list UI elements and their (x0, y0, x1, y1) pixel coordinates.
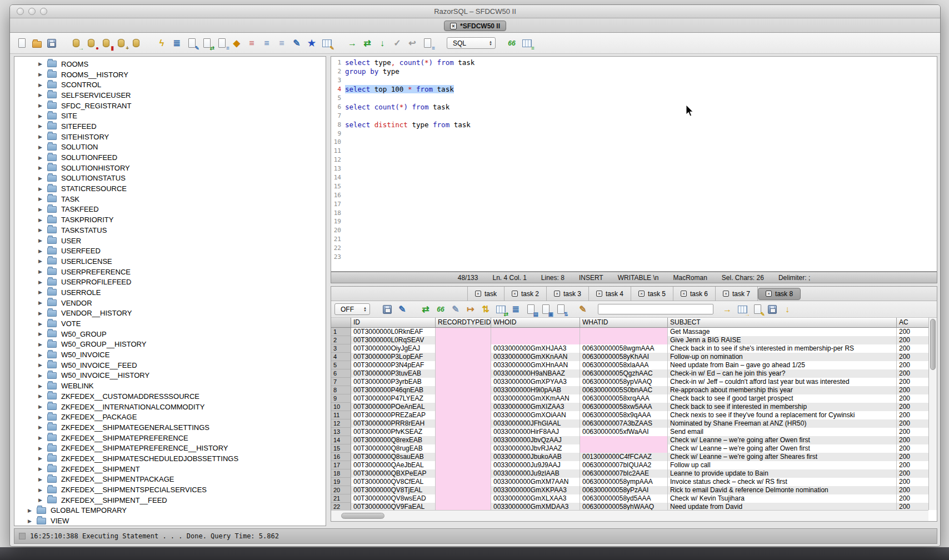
table-cell[interactable]: Re-approach about membership this year (668, 386, 897, 394)
editor-line-23[interactable]: 23 (331, 253, 937, 262)
row-number[interactable]: 11 (331, 411, 351, 419)
table-cell[interactable]: Check-in w/ Jeff – couldn't afford last … (668, 378, 897, 386)
table-row[interactable]: 2000T3000000QV8TjEAL0033000000GmXKPAA300… (331, 486, 928, 494)
disclosure-triangle-icon[interactable]: ▶ (38, 331, 44, 337)
table-cell[interactable]: 00T3000000QBXPeEAP (351, 469, 436, 478)
sidebar-item-w50-group[interactable]: ▶W50_GROUP (14, 329, 326, 339)
sidebar-item-solutionstatus[interactable]: ▶SOLUTIONSTATUS (14, 173, 326, 184)
table-row[interactable]: 1000T3000000POeAnEAL0033000000GmXIZAA300… (331, 403, 928, 411)
table-cell[interactable]: Check w/ Leanne – we're going after Owen… (668, 436, 897, 444)
table-cell[interactable]: Rick to email David & reference Delmonte… (668, 486, 897, 494)
sidebar-item-staticresource[interactable]: ▶STATICRESOURCE (14, 183, 326, 194)
title-bar[interactable]: RazorSQL – SFDCW50 II (10, 5, 940, 18)
disclosure-triangle-icon[interactable]: ▶ (38, 123, 44, 129)
table-cell[interactable] (436, 378, 491, 386)
disclosure-triangle-icon[interactable]: ▶ (38, 72, 44, 77)
table-row[interactable]: 700T3000000P3yrbEAB0033000000GmXPYAA3006… (331, 378, 928, 386)
column-header-ac[interactable]: AC (897, 318, 928, 328)
table-cell[interactable]: 00T3000000P3tuvEAB (351, 369, 436, 378)
table-row[interactable]: 100T3000000L0RknEAFGet Massage200 (331, 328, 928, 336)
disclosure-triangle-icon[interactable]: ▶ (38, 404, 44, 409)
table-cell[interactable] (491, 336, 580, 344)
table-cell[interactable]: Nominated by Shane Freeman at ANZ (HR50) (668, 419, 897, 428)
disclosure-triangle-icon[interactable]: ▶ (38, 456, 44, 461)
disclosure-triangle-icon[interactable]: ▶ (38, 155, 44, 161)
row-number[interactable]: 17 (331, 461, 351, 469)
table-cell[interactable]: 00T3000000PfvKSEAZ (351, 428, 436, 436)
table-cell[interactable]: Get Massage (668, 328, 897, 336)
table-row[interactable]: 1300T3000000PfvKSEAZ0033000000HirF8AAJ00… (331, 428, 928, 436)
sidebar-item-taskfeed[interactable]: ▶TASKFEED (14, 204, 326, 215)
table-cell[interactable]: Check w/ Kevin Tsujihara (668, 494, 897, 503)
sidebar-item-userpreference[interactable]: ▶USERPREFERENCE (14, 267, 326, 277)
disclosure-triangle-icon[interactable]: ▶ (38, 176, 44, 181)
table-cell[interactable]: 00T3000000POeAnEAL (351, 403, 436, 411)
table-cell[interactable]: 200 (897, 369, 928, 378)
table-cell[interactable]: 200 (897, 394, 928, 403)
sidebar-item-selfserviceuser[interactable]: ▶SELFSERVICEUSER (14, 90, 326, 101)
sidebar-item-userfeed[interactable]: ▶USERFEED (14, 246, 326, 256)
table-cell[interactable]: 0033000000JbvQzAAJ (491, 436, 580, 444)
table-cell[interactable]: 200 (897, 503, 928, 510)
save-results-button[interactable] (381, 303, 393, 316)
table-cell[interactable]: 0013000000C4fFCAAZ (580, 453, 668, 461)
table-cell[interactable]: 006300000058yhWAAQ (580, 503, 668, 510)
row-number[interactable]: 7 (331, 378, 351, 386)
table-row[interactable]: 800T3000000P46qnEAB0033000000H9i0pAAB006… (331, 386, 928, 394)
result-tab-task-5[interactable]: ×task 5 (631, 287, 673, 301)
sidebar-item-zkfedex-shipmatescheduledjobssettings[interactable]: ▶ZKFEDEX__SHIPMATESCHEDULEDJOBSSETTINGS (14, 453, 326, 464)
execute-lightning-button[interactable]: ϟ (156, 37, 168, 49)
sidebar-item-view[interactable]: ▶VIEW (14, 516, 326, 526)
copy-connection-button[interactable]: ▮ (100, 37, 112, 49)
disclosure-triangle-icon[interactable]: ▶ (38, 477, 44, 482)
table-cell[interactable]: 0033000000GmXKPAA3 (491, 486, 580, 494)
sidebar-item-user[interactable]: ▶USER (14, 236, 326, 246)
table-row[interactable]: 400T3000000P3LopEAF0033000000GmXKnAAN006… (331, 353, 928, 361)
disclosure-triangle-icon[interactable]: ▶ (38, 279, 44, 285)
table-cell[interactable]: 0033000000GmXM7AAN (491, 478, 580, 486)
new-file-button[interactable] (16, 37, 28, 49)
autocommit-dropdown[interactable]: OFF ▲▼ (334, 303, 370, 315)
sidebar-item-sitefeed[interactable]: ▶SITEFEED (14, 121, 326, 132)
sidebar-item-weblink[interactable]: ▶WEBLINK (14, 381, 326, 391)
table-cell[interactable]: 00T3000000Q8rexEAB (351, 436, 436, 444)
disclosure-triangle-icon[interactable]: ▶ (38, 196, 44, 202)
row-number[interactable]: 19 (331, 478, 351, 486)
table-cell[interactable]: 006300000058yKhAAI (580, 353, 668, 361)
disclosure-triangle-icon[interactable]: ▶ (38, 227, 44, 233)
table-cell[interactable]: 00T3000000PREZaEAP (351, 411, 436, 419)
save-grid-button[interactable] (766, 303, 778, 316)
database-button[interactable] (130, 37, 142, 49)
table-cell[interactable]: 00T3000000P47LYEAZ (351, 394, 436, 403)
reload-table-button[interactable]: ⇄ (495, 303, 507, 316)
table-cell[interactable] (436, 461, 491, 469)
table-cell[interactable] (436, 428, 491, 436)
table-cell[interactable] (436, 453, 491, 461)
sql-mode-dropdown[interactable]: SQL ▲▼ (447, 37, 496, 49)
table-cell[interactable]: 006300000058xw5AAA (580, 403, 668, 411)
favorites-star-button[interactable]: ★ (306, 37, 318, 49)
table-cell[interactable]: 006300000058ympAAA (580, 478, 668, 486)
table-cell[interactable]: 0033000000JFhGlAAL (491, 419, 580, 428)
table-cell[interactable] (436, 436, 491, 444)
row-number[interactable]: 18 (331, 469, 351, 478)
editor-line-20[interactable]: 20 (331, 226, 937, 235)
disclosure-triangle-icon[interactable]: ▶ (38, 134, 44, 139)
table-cell[interactable]: 200 (897, 453, 928, 461)
table-cell[interactable]: 006300000058xlaAAA (580, 361, 668, 369)
sort-rows-button[interactable]: ⇅ (480, 303, 492, 316)
table-cell[interactable] (580, 336, 668, 344)
table-cell[interactable]: Check-in w/ Ed – can he join this year? (668, 369, 897, 378)
table-cell[interactable]: 0033000000GmXMDAA3 (491, 503, 580, 510)
table-cell[interactable]: 200 (897, 478, 928, 486)
table-cell[interactable]: 00T3000000QV9FaEAL (351, 503, 436, 510)
table-row[interactable]: 1400T3000000Q8rexEAB0033000000JbvQzAAJCh… (331, 436, 928, 444)
sidebar-item-zkfedex-internationalcommodity[interactable]: ▶ZKFEDEX__INTERNATIONALCOMMODITY (14, 402, 326, 412)
disclosure-triangle-icon[interactable]: ▶ (38, 362, 44, 368)
table-cell[interactable]: 200 (897, 361, 928, 369)
result-tab-task-4[interactable]: ×task 4 (589, 287, 631, 301)
table-row[interactable]: 1500T3000000Q8rugEAB0033000000JbvRJAAZCh… (331, 444, 928, 453)
disclosure-triangle-icon[interactable]: ▶ (38, 393, 44, 399)
export-table-button[interactable]: ✎ (321, 37, 333, 49)
sidebar-item-vendor[interactable]: ▶VENDOR (14, 298, 326, 308)
